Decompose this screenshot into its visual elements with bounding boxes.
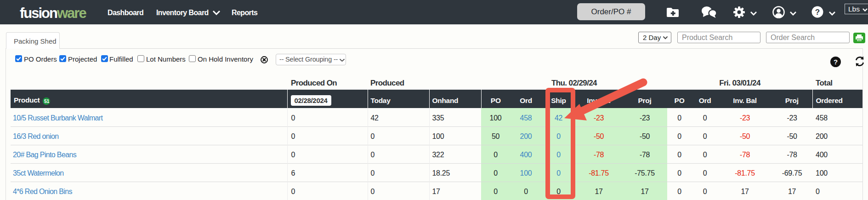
- svg-text:?: ?: [834, 58, 838, 66]
- svg-text:?: ?: [815, 8, 820, 17]
